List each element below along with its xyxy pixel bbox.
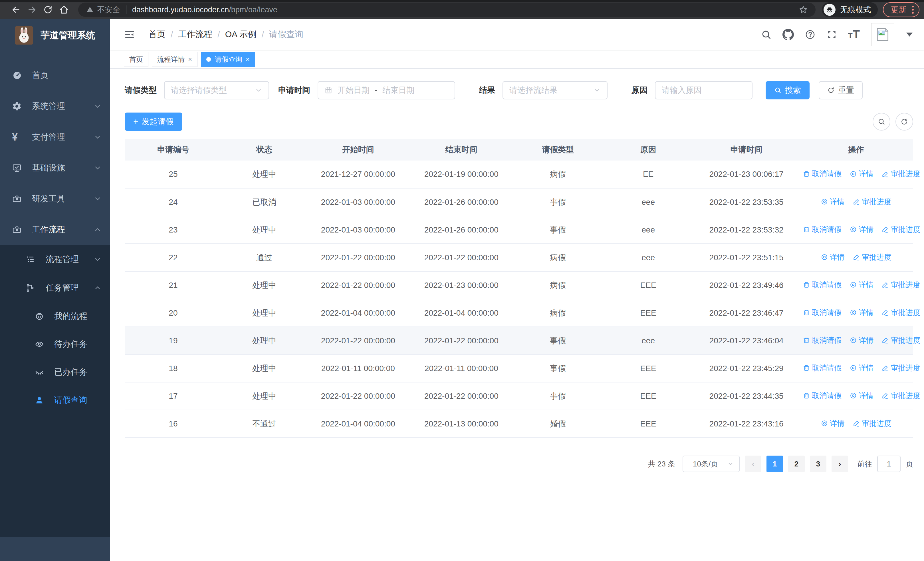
edit-icon: [882, 337, 889, 344]
cell-leave-type: 病假: [513, 244, 602, 271]
sidebar-item-task-management[interactable]: 任务管理: [0, 274, 110, 302]
leave-type-select[interactable]: 请选择请假类型: [164, 81, 269, 99]
action-cancel-link[interactable]: 取消请假: [803, 335, 842, 345]
action-detail-link[interactable]: 详情: [849, 335, 873, 345]
tag-home[interactable]: 首页: [124, 52, 148, 67]
fullscreen-button[interactable]: [826, 29, 837, 40]
more-vert-icon[interactable]: [912, 6, 914, 14]
action-cancel-link[interactable]: 取消请假: [803, 280, 842, 290]
breadcrumb: 首页 / 工作流程 / OA 示例 / 请假查询: [148, 29, 303, 40]
sidebar-item-label: 流程管理: [46, 254, 79, 265]
action-progress-link[interactable]: 审批进度: [853, 197, 891, 207]
back-icon: [11, 5, 21, 15]
update-button[interactable]: 更新: [883, 2, 920, 17]
github-link[interactable]: [783, 29, 794, 40]
tag-leave-query[interactable]: 请假查询×: [201, 52, 255, 67]
cell-apply-time: 2022-01-22 23:46:04: [694, 327, 799, 355]
action-progress-link[interactable]: 审批进度: [882, 391, 920, 401]
help-button[interactable]: [805, 29, 816, 40]
sidebar-item-workflow[interactable]: 工作流程: [0, 214, 110, 245]
cell-start-time: 2022-01-22 00:00:00: [307, 271, 409, 299]
action-detail-link[interactable]: 详情: [849, 224, 873, 235]
action-progress-link[interactable]: 审批进度: [853, 252, 891, 262]
url-bar[interactable]: 不安全 dashboard.yudao.iocoder.cn/bpm/oa/le…: [78, 3, 816, 17]
goto-page-input[interactable]: [877, 456, 901, 472]
leave-type-label: 请假类型: [125, 85, 157, 96]
action-progress-link[interactable]: 审批进度: [882, 335, 920, 345]
sidebar-item-my-process[interactable]: 我的流程: [0, 302, 110, 330]
reload-button[interactable]: [40, 2, 56, 17]
action-detail-link[interactable]: 详情: [849, 308, 873, 317]
sidebar-item-leave-query[interactable]: 请假查询: [0, 386, 110, 414]
next-page-button[interactable]: ›: [831, 456, 848, 472]
chevron-down-icon: [94, 164, 102, 172]
header-search-button[interactable]: [761, 29, 772, 40]
toggle-search-button[interactable]: [873, 113, 890, 131]
action-detail-link[interactable]: 详情: [849, 363, 873, 373]
cell-leave-type: 事假: [513, 216, 602, 244]
search-button[interactable]: 搜索: [766, 81, 810, 99]
bookmark-star-button[interactable]: [798, 5, 808, 15]
close-icon[interactable]: ×: [246, 56, 250, 63]
reset-button[interactable]: 重置: [819, 81, 862, 99]
breadcrumb-workflow[interactable]: 工作流程: [178, 29, 212, 40]
action-detail-link[interactable]: 详情: [821, 197, 844, 207]
sidebar-item-label: 首页: [32, 70, 48, 81]
cell-apply-id: 18: [125, 355, 222, 382]
action-cancel-link[interactable]: 取消请假: [803, 308, 842, 317]
chevron-down-icon: [94, 256, 102, 263]
home-button[interactable]: [56, 2, 72, 17]
reason-input[interactable]: [662, 86, 746, 95]
sidebar-item-process-management[interactable]: 流程管理: [0, 245, 110, 274]
action-progress-link[interactable]: 审批进度: [882, 169, 920, 179]
pagination: 共 23 条 10条/页 ‹ 123 › 前往 页: [125, 456, 913, 472]
sidebar-item-payment[interactable]: ¥ 支付管理: [0, 122, 110, 152]
page-2-button[interactable]: 2: [788, 456, 805, 472]
action-progress-link[interactable]: 审批进度: [853, 418, 891, 429]
sidebar-item-infrastructure[interactable]: 基础设施: [0, 152, 110, 183]
tag-process-detail[interactable]: 流程详情×: [152, 52, 198, 67]
forward-button[interactable]: [24, 2, 40, 17]
security-label[interactable]: 不安全: [97, 5, 120, 15]
action-progress-link[interactable]: 审批进度: [882, 224, 920, 235]
sidebar-item-done-tasks[interactable]: 已办任务: [0, 358, 110, 386]
refresh-table-button[interactable]: [896, 113, 913, 131]
breadcrumb-home[interactable]: 首页: [148, 29, 165, 40]
action-detail-link[interactable]: 详情: [849, 280, 873, 290]
action-detail-link[interactable]: 详情: [849, 391, 873, 401]
action-detail-link[interactable]: 详情: [849, 169, 873, 179]
action-detail-link[interactable]: 详情: [821, 252, 844, 262]
caret-down-icon[interactable]: [906, 33, 913, 36]
action-cancel-link[interactable]: 取消请假: [803, 169, 842, 179]
close-icon[interactable]: ×: [188, 56, 192, 63]
cell-end-time: 2022-01-22 00:00:00: [409, 327, 513, 355]
action-progress-link[interactable]: 审批进度: [882, 363, 920, 373]
prev-page-button[interactable]: ‹: [745, 456, 761, 472]
sidebar-item-system[interactable]: 系统管理: [0, 91, 110, 122]
font-size-button[interactable]: TT: [848, 28, 860, 41]
app-logo-row[interactable]: 芋道管理系统: [0, 19, 110, 52]
cell-reason: EEE: [602, 271, 694, 299]
cell-status: 处理中: [222, 161, 307, 188]
action-cancel-link[interactable]: 取消请假: [803, 391, 842, 401]
action-detail-link[interactable]: 详情: [821, 418, 844, 429]
page-3-button[interactable]: 3: [810, 456, 826, 472]
sidebar-item-todo-tasks[interactable]: 待办任务: [0, 330, 110, 358]
avatar[interactable]: [871, 23, 894, 46]
cell-end-time: 2022-01-13 00:00:00: [409, 410, 513, 438]
action-cancel-link[interactable]: 取消请假: [803, 224, 842, 235]
page-size-select[interactable]: 10条/页: [682, 456, 740, 472]
action-progress-link[interactable]: 审批进度: [882, 280, 920, 290]
apply-time-range-picker[interactable]: 开始日期 - 结束日期: [318, 81, 455, 99]
back-button[interactable]: [8, 2, 24, 17]
sidebar-collapse-button[interactable]: [124, 29, 135, 40]
cell-apply-time: 2022-01-22 23:46:47: [694, 299, 799, 327]
sidebar-item-home[interactable]: 首页: [0, 60, 110, 91]
result-select[interactable]: 请选择流结果: [502, 81, 608, 99]
action-cancel-link[interactable]: 取消请假: [803, 363, 842, 373]
create-leave-button[interactable]: + 发起请假: [125, 113, 182, 131]
page-1-button[interactable]: 1: [766, 456, 783, 472]
breadcrumb-oa-example[interactable]: OA 示例: [225, 29, 256, 40]
action-progress-link[interactable]: 审批进度: [882, 308, 920, 317]
sidebar-item-dev-tools[interactable]: 研发工具: [0, 183, 110, 214]
